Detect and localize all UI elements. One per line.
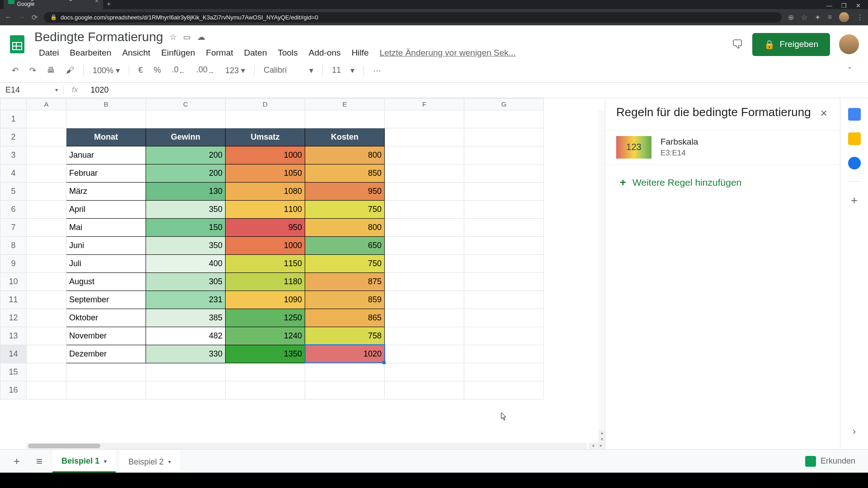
- vertical-scrollbar[interactable]: ▴ ▾: [599, 110, 605, 443]
- cell[interactable]: Gewinn: [146, 128, 226, 146]
- cell[interactable]: [27, 146, 66, 164]
- share-button[interactable]: 🔒 Freigeben: [752, 33, 830, 56]
- cell[interactable]: 330: [146, 345, 226, 363]
- increase-decimal[interactable]: .00→: [192, 62, 219, 79]
- row-header[interactable]: 12: [0, 309, 27, 327]
- cell[interactable]: [27, 291, 66, 309]
- forward-icon[interactable]: →: [18, 13, 25, 21]
- menu-edit[interactable]: Bearbeiten: [65, 47, 116, 59]
- cell[interactable]: [464, 182, 544, 200]
- cell[interactable]: 865: [305, 309, 385, 327]
- row-header[interactable]: 15: [0, 363, 27, 381]
- cell[interactable]: 750: [305, 200, 385, 218]
- cell[interactable]: Umsatz: [226, 128, 305, 146]
- cell[interactable]: [27, 327, 66, 345]
- collapse-toolbar-icon[interactable]: ˄: [848, 66, 861, 75]
- cell[interactable]: Monat: [66, 128, 146, 146]
- cell[interactable]: [464, 363, 544, 381]
- cell[interactable]: [146, 110, 226, 128]
- row-header[interactable]: 9: [0, 254, 27, 272]
- cell[interactable]: August: [66, 272, 146, 291]
- cell[interactable]: [385, 182, 464, 200]
- cell[interactable]: [385, 146, 464, 164]
- sheet-nav-right-icon[interactable]: ▸: [597, 443, 605, 449]
- menu-insert[interactable]: Einfügen: [157, 47, 200, 59]
- cell[interactable]: 1000: [226, 146, 305, 164]
- chevron-down-icon[interactable]: ▾: [104, 458, 107, 465]
- cell[interactable]: 758: [305, 327, 385, 345]
- scroll-down-icon[interactable]: ▾: [599, 436, 605, 443]
- cell[interactable]: 950: [226, 218, 305, 236]
- cell[interactable]: Juli: [66, 254, 146, 272]
- cell[interactable]: [464, 110, 544, 128]
- cell[interactable]: [464, 309, 544, 327]
- cell[interactable]: [385, 254, 464, 272]
- cell[interactable]: [385, 327, 464, 345]
- cell[interactable]: [27, 218, 66, 236]
- cell[interactable]: Juni: [66, 236, 146, 254]
- row-header[interactable]: 10: [0, 272, 27, 291]
- menu-view[interactable]: Ansicht: [118, 47, 155, 59]
- cell[interactable]: [226, 363, 305, 381]
- col-header-D[interactable]: D: [226, 98, 305, 110]
- formula-input[interactable]: 1020: [86, 85, 868, 95]
- zoom-select[interactable]: 100% ▾: [88, 63, 124, 78]
- cell[interactable]: [146, 381, 226, 399]
- calendar-icon[interactable]: [848, 108, 861, 121]
- menu-data[interactable]: Daten: [240, 47, 272, 59]
- more-toolbar-icon[interactable]: ⋯: [368, 63, 386, 78]
- cell[interactable]: September: [66, 291, 146, 309]
- sheet-tab-2[interactable]: Beispiel 2▾: [119, 450, 180, 472]
- cell[interactable]: 350: [146, 236, 226, 254]
- cell[interactable]: [385, 309, 464, 327]
- add-addon-icon[interactable]: +: [851, 193, 858, 207]
- cell[interactable]: 1090: [226, 291, 305, 309]
- move-icon[interactable]: ▭: [183, 32, 191, 42]
- add-rule-button[interactable]: + Weitere Regel hinzufügen: [605, 164, 840, 201]
- browser-tab[interactable]: Bedingte Formatierung - Google ×: [4, 0, 103, 9]
- spreadsheet-grid[interactable]: A B C D E F G 12MonatGewinnUmsatzKosten3…: [0, 98, 605, 449]
- close-icon[interactable]: ×: [95, 0, 99, 5]
- cell[interactable]: [385, 345, 464, 363]
- row-header[interactable]: 1: [0, 110, 27, 128]
- cell[interactable]: 1250: [226, 309, 305, 327]
- cell[interactable]: Februar: [66, 164, 146, 182]
- cell[interactable]: [464, 164, 544, 182]
- font-select[interactable]: Calibri ▾: [259, 63, 318, 78]
- scrollbar-thumb[interactable]: [28, 444, 100, 448]
- cell[interactable]: 1000: [226, 236, 305, 254]
- paint-format-icon[interactable]: 🖌: [61, 63, 79, 78]
- cell[interactable]: [385, 236, 464, 254]
- cell[interactable]: 350: [146, 200, 226, 218]
- cell[interactable]: 950: [305, 182, 385, 200]
- cell[interactable]: 1020: [305, 345, 385, 363]
- cell[interactable]: 875: [305, 272, 385, 291]
- cell[interactable]: [27, 200, 66, 218]
- col-header-C[interactable]: C: [146, 98, 226, 110]
- cell[interactable]: 750: [305, 254, 385, 272]
- format-currency[interactable]: €: [134, 63, 147, 78]
- cell[interactable]: 800: [305, 218, 385, 236]
- cell[interactable]: [27, 128, 66, 146]
- cell[interactable]: 305: [146, 272, 226, 291]
- menu-format[interactable]: Format: [202, 47, 238, 59]
- cell[interactable]: 200: [146, 146, 226, 164]
- cell[interactable]: [385, 110, 464, 128]
- cell[interactable]: [27, 164, 66, 182]
- menu-tools[interactable]: Tools: [273, 47, 302, 59]
- redo-icon[interactable]: ↷: [25, 63, 41, 78]
- cell[interactable]: [464, 272, 544, 291]
- cell[interactable]: [464, 345, 544, 363]
- maximize-icon[interactable]: ❐: [841, 2, 847, 9]
- row-header[interactable]: 6: [0, 200, 27, 218]
- cell[interactable]: [385, 200, 464, 218]
- cell[interactable]: 130: [146, 182, 226, 200]
- new-tab-button[interactable]: +: [103, 0, 114, 9]
- cloud-icon[interactable]: ☁: [197, 32, 205, 42]
- cell[interactable]: [464, 200, 544, 218]
- cell[interactable]: [226, 381, 305, 399]
- cell[interactable]: [66, 381, 146, 399]
- font-size[interactable]: 11 ▾: [327, 63, 359, 78]
- col-header-A[interactable]: A: [27, 98, 66, 110]
- cell[interactable]: Dezember: [66, 345, 146, 363]
